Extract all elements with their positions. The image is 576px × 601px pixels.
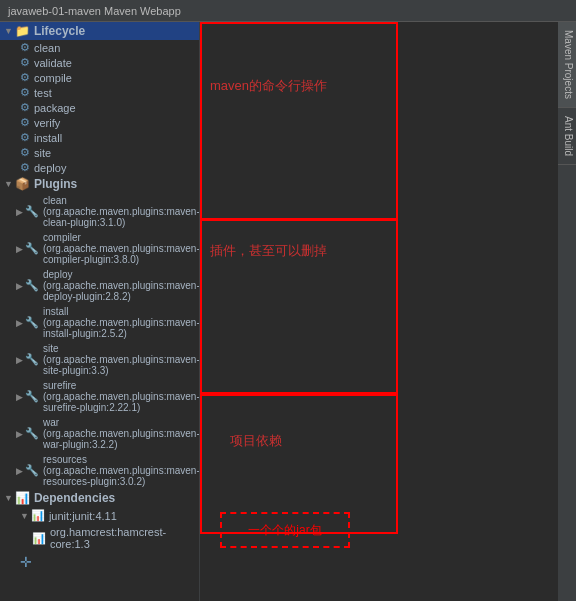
dep-item-junit[interactable]: ▼ 📊 junit:junit:4.11	[0, 507, 199, 524]
jar-dashed-box: 一个个的jar包	[220, 512, 350, 548]
dep-icon: 📊	[31, 509, 45, 522]
gear-icon-verify: ⚙	[20, 116, 30, 129]
gear-icon-test: ⚙	[20, 86, 30, 99]
lifecycle-section-header[interactable]: ▼ 📁 Lifecycle	[0, 22, 199, 40]
plugin-label: site (org.apache.maven.plugins:maven-sit…	[43, 343, 200, 376]
gear-icon-site: ⚙	[20, 146, 30, 159]
deps-chevron: ▼	[4, 493, 13, 503]
dep-child-icon: 📊	[32, 532, 46, 545]
plugins-annotation: 插件，甚至可以删掉	[210, 242, 327, 260]
lifecycle-folder-icon: 📁	[15, 24, 30, 38]
plugin-item-install[interactable]: ▶ 🔧 install (org.apache.maven.plugins:ma…	[0, 304, 199, 341]
plugin-label: compiler (org.apache.maven.plugins:maven…	[43, 232, 200, 265]
lifecycle-item-label: clean	[34, 42, 60, 54]
lifecycle-label: Lifecycle	[34, 24, 85, 38]
plugin-label: install (org.apache.maven.plugins:maven-…	[43, 306, 200, 339]
expand-arrow: ▶	[16, 207, 23, 217]
expand-arrow: ▶	[16, 281, 23, 291]
expand-arrow: ▶	[16, 318, 23, 328]
plugin-icon: 🔧	[25, 316, 39, 329]
lifecycle-item-label: install	[34, 132, 62, 144]
plugin-label: resources (org.apache.maven.plugins:mave…	[43, 454, 200, 487]
plugin-icon: 🔧	[25, 464, 39, 477]
lifecycle-item-install[interactable]: ⚙ install	[0, 130, 199, 145]
gear-icon-deploy: ⚙	[20, 161, 30, 174]
lifecycle-item-clean[interactable]: ⚙ clean	[0, 40, 199, 55]
lifecycle-item-site[interactable]: ⚙ site	[0, 145, 199, 160]
content-area: maven的命令行操作 插件，甚至可以删掉 项目依赖 一个个的jar包	[200, 22, 558, 601]
dep-expand: ▼	[20, 511, 29, 521]
plugins-chevron: ▼	[4, 179, 13, 189]
plus-icon: ✛	[20, 554, 32, 570]
tab-maven-projects[interactable]: Maven Projects	[558, 22, 576, 108]
plugin-icon: 🔧	[25, 390, 39, 403]
lifecycle-item-deploy[interactable]: ⚙ deploy	[0, 160, 199, 175]
expand-arrow: ▶	[16, 244, 23, 254]
lifecycle-item-label: deploy	[34, 162, 66, 174]
title-text: javaweb-01-maven Maven Webapp	[8, 5, 181, 17]
lifecycle-item-package[interactable]: ⚙ package	[0, 100, 199, 115]
tree-panel: ▼ 📁 Lifecycle ⚙ clean ⚙ validate ⚙ compi…	[0, 22, 200, 601]
plugin-item-resources[interactable]: ▶ 🔧 resources (org.apache.maven.plugins:…	[0, 452, 199, 489]
plugins-folder-icon: 📦	[15, 177, 30, 191]
plugin-label: war (org.apache.maven.plugins:maven-war-…	[43, 417, 200, 450]
plugin-item-site[interactable]: ▶ 🔧 site (org.apache.maven.plugins:maven…	[0, 341, 199, 378]
plugin-item-deploy[interactable]: ▶ 🔧 deploy (org.apache.maven.plugins:mav…	[0, 267, 199, 304]
expand-arrow: ▶	[16, 355, 23, 365]
dependencies-section-header[interactable]: ▼ 📊 Dependencies	[0, 489, 199, 507]
lifecycle-item-label: site	[34, 147, 51, 159]
lifecycle-item-label: compile	[34, 72, 72, 84]
tab-ant-build[interactable]: Ant Build	[558, 108, 576, 165]
title-bar: javaweb-01-maven Maven Webapp	[0, 0, 576, 22]
expand-arrow: ▶	[16, 429, 23, 439]
plugin-icon: 🔧	[25, 279, 39, 292]
expand-arrow: ▶	[16, 466, 23, 476]
lifecycle-item-label: package	[34, 102, 76, 114]
lifecycle-red-box	[200, 22, 398, 220]
plugin-item-surefire[interactable]: ▶ 🔧 surefire (org.apache.maven.plugins:m…	[0, 378, 199, 415]
plugin-item-clean[interactable]: ▶ 🔧 clean (org.apache.maven.plugins:mave…	[0, 193, 199, 230]
plugin-icon: 🔧	[25, 242, 39, 255]
right-tabs-panel: Maven Projects Ant Build	[558, 22, 576, 601]
gear-icon-package: ⚙	[20, 101, 30, 114]
tab-maven-label: Maven Projects	[563, 30, 574, 99]
plugin-item-compiler[interactable]: ▶ 🔧 compiler (org.apache.maven.plugins:m…	[0, 230, 199, 267]
dep-label: junit:junit:4.11	[49, 510, 117, 522]
plugin-label: surefire (org.apache.maven.plugins:maven…	[43, 380, 200, 413]
lifecycle-item-verify[interactable]: ⚙ verify	[0, 115, 199, 130]
gear-icon-clean: ⚙	[20, 41, 30, 54]
plugins-section-header[interactable]: ▼ 📦 Plugins	[0, 175, 199, 193]
add-item-area[interactable]: ✛	[0, 552, 199, 572]
plugins-label: Plugins	[34, 177, 77, 191]
gear-icon-install: ⚙	[20, 131, 30, 144]
expand-arrow: ▶	[16, 392, 23, 402]
lifecycle-item-validate[interactable]: ⚙ validate	[0, 55, 199, 70]
jar-box-label: 一个个的jar包	[248, 522, 321, 539]
gear-icon-validate: ⚙	[20, 56, 30, 69]
plugin-icon: 🔧	[25, 205, 39, 218]
lifecycle-item-label: test	[34, 87, 52, 99]
lifecycle-item-test[interactable]: ⚙ test	[0, 85, 199, 100]
plugin-icon: 🔧	[25, 427, 39, 440]
gear-icon-compile: ⚙	[20, 71, 30, 84]
lifecycle-chevron: ▼	[4, 26, 13, 36]
lifecycle-item-label: verify	[34, 117, 60, 129]
lifecycle-item-label: validate	[34, 57, 72, 69]
plugin-label: clean (org.apache.maven.plugins:maven-cl…	[43, 195, 200, 228]
lifecycle-annotation: maven的命令行操作	[210, 77, 327, 95]
tab-ant-label: Ant Build	[563, 116, 574, 156]
deps-annotation: 项目依赖	[230, 432, 282, 450]
plugin-icon: 🔧	[25, 353, 39, 366]
plugin-item-war[interactable]: ▶ 🔧 war (org.apache.maven.plugins:maven-…	[0, 415, 199, 452]
dependencies-label: Dependencies	[34, 491, 115, 505]
dep-child-label: org.hamcrest:hamcrest-core:1.3	[50, 526, 195, 550]
lifecycle-item-compile[interactable]: ⚙ compile	[0, 70, 199, 85]
dep-child-hamcrest[interactable]: 📊 org.hamcrest:hamcrest-core:1.3	[0, 524, 199, 552]
plugin-label: deploy (org.apache.maven.plugins:maven-d…	[43, 269, 200, 302]
deps-folder-icon: 📊	[15, 491, 30, 505]
